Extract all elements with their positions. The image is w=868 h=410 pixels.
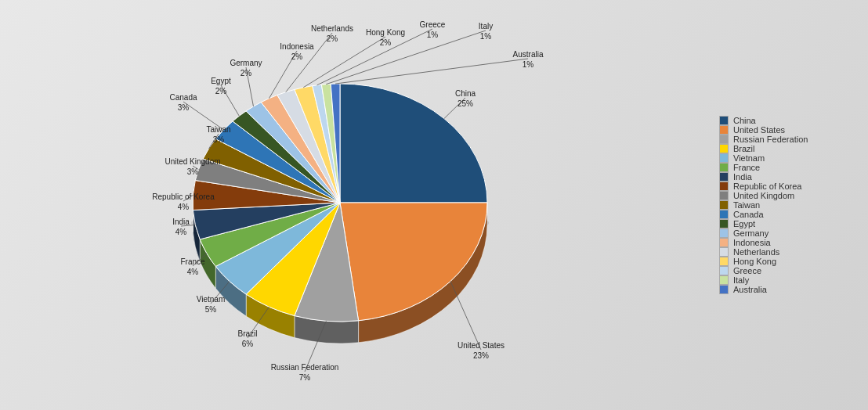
legend-item-vietnam: Vietnam (719, 153, 860, 163)
legend-color (719, 182, 729, 191)
legend-item-india: India (719, 172, 860, 182)
legend-item-italy: Italy (719, 275, 860, 285)
svg-line-31 (183, 102, 223, 130)
legend-color (719, 210, 729, 219)
legend-color (719, 228, 729, 238)
legend-color (719, 125, 729, 135)
legend-color (719, 219, 729, 228)
legend-item-canada: Canada (719, 210, 860, 219)
legend-item-australia: Australia (719, 285, 860, 294)
legend-label: Italy (733, 275, 749, 285)
legend-color (719, 257, 729, 266)
legend-color (719, 135, 729, 144)
legend-label: Brazil (733, 144, 755, 153)
svg-text:Indonesia: Indonesia (280, 42, 314, 51)
legend-item-taiwan: Taiwan (719, 200, 860, 210)
svg-line-4 (450, 282, 481, 350)
svg-text:Republic of Korea: Republic of Korea (152, 192, 215, 201)
svg-text:United States: United States (458, 341, 505, 350)
svg-text:1%: 1% (480, 32, 492, 41)
svg-text:7%: 7% (299, 373, 311, 382)
svg-text:Russian Federation: Russian Federation (271, 363, 339, 372)
svg-text:4%: 4% (178, 203, 190, 211)
svg-text:Hong Kong: Hong Kong (366, 28, 405, 37)
svg-text:Greece: Greece (420, 20, 446, 29)
legend-label: Vietnam (733, 153, 765, 163)
legend-item-republic-of-korea: Republic of Korea (719, 182, 860, 191)
legend-color (719, 153, 729, 163)
svg-text:3%: 3% (178, 103, 190, 112)
svg-text:Canada: Canada (169, 93, 197, 102)
legend-label: Canada (733, 210, 764, 219)
legend-label: Hong Kong (733, 257, 776, 266)
svg-text:Italy: Italy (479, 22, 493, 31)
legend-label: United Kingdom (733, 191, 794, 200)
legend-label: Russian Federation (733, 135, 808, 144)
legend-label: China (733, 116, 756, 125)
legend-color (719, 247, 729, 257)
svg-text:France: France (180, 257, 205, 266)
legend-label: India (733, 172, 752, 182)
svg-text:23%: 23% (473, 351, 489, 360)
svg-text:4%: 4% (175, 228, 187, 236)
legend-label: Republic of Korea (733, 182, 801, 191)
svg-text:China: China (455, 89, 476, 98)
legend-color (719, 191, 729, 200)
legend-color (719, 285, 729, 294)
legend-item-hong-kong: Hong Kong (719, 257, 860, 266)
svg-text:2%: 2% (241, 69, 252, 77)
svg-text:3%: 3% (213, 135, 225, 144)
legend-color (719, 266, 729, 275)
legend-label: Indonesia (733, 238, 771, 247)
svg-text:Brazil: Brazil (237, 329, 257, 338)
svg-text:2%: 2% (327, 34, 338, 43)
svg-text:2%: 2% (291, 52, 303, 61)
svg-text:2%: 2% (380, 38, 392, 47)
legend-color (719, 200, 729, 210)
svg-text:Vietnam: Vietnam (197, 295, 226, 304)
legend-item-united-kingdom: United Kingdom (719, 191, 860, 200)
legend-color (719, 163, 729, 172)
legend-item-greece: Greece (719, 266, 860, 275)
legend-item-france: France (719, 163, 860, 172)
legend-label: Netherlands (733, 247, 779, 257)
pie-slices (193, 84, 487, 343)
legend-item-egypt: Egypt (719, 219, 860, 228)
legend-label: Australia (733, 285, 767, 294)
svg-text:Australia: Australia (513, 50, 544, 59)
svg-line-52 (326, 31, 486, 85)
svg-text:3%: 3% (187, 167, 199, 176)
legend-item-united-states: United States (719, 125, 860, 135)
legend-color (719, 116, 729, 125)
legend-label: Egypt (733, 219, 755, 228)
legend-area: ChinaUnited StatesRussian FederationBraz… (711, 0, 868, 410)
legend-label: Taiwan (733, 200, 760, 210)
svg-line-46 (303, 37, 385, 88)
pie-chart: China25%United States23%Russian Federati… (81, 13, 630, 397)
svg-text:2%: 2% (215, 87, 227, 95)
svg-text:United Kingdom: United Kingdom (165, 157, 220, 166)
svg-text:1%: 1% (427, 31, 439, 39)
legend-label: Germany (733, 228, 769, 238)
legend-color (719, 238, 729, 247)
svg-text:25%: 25% (458, 99, 473, 108)
svg-text:Netherlands: Netherlands (311, 24, 353, 33)
svg-text:India: India (172, 218, 190, 226)
legend-item-china: China (719, 116, 860, 125)
legend-label: Greece (733, 266, 761, 275)
legend-label: United States (733, 125, 785, 135)
svg-text:6%: 6% (242, 340, 254, 348)
legend-item-indonesia: Indonesia (719, 238, 860, 247)
legend-item-russian-federation: Russian Federation (719, 135, 860, 144)
svg-text:5%: 5% (205, 305, 217, 314)
legend-color (719, 275, 729, 285)
chart-area: China25%United States23%Russian Federati… (0, 0, 711, 410)
legend-item-netherlands: Netherlands (719, 247, 860, 257)
svg-text:1%: 1% (523, 60, 534, 69)
svg-text:Germany: Germany (230, 59, 262, 67)
svg-text:Egypt: Egypt (211, 77, 231, 85)
legend-item-brazil: Brazil (719, 144, 860, 153)
legend-color (719, 144, 729, 153)
legend-item-germany: Germany (719, 228, 860, 238)
legend-color (719, 172, 729, 182)
